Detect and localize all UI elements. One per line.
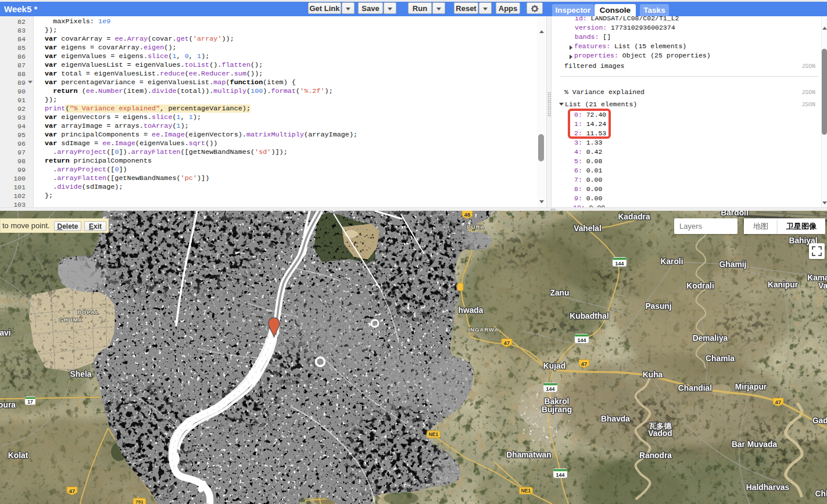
svg-text:Bakrol: Bakrol [545, 397, 570, 406]
svg-text:Kadadra: Kadadra [618, 213, 650, 221]
svg-text:Bardoli: Bardoli [721, 211, 749, 217]
svg-text:144: 144 [577, 337, 586, 343]
svg-text:Ghamij: Ghamij [719, 260, 747, 269]
svg-text:Shela: Shela [70, 370, 92, 379]
svg-text:751: 751 [135, 499, 144, 504]
svg-text:Chh: Chh [815, 489, 827, 498]
svg-text:avi: avi [0, 329, 11, 337]
svg-text:Mirjapur: Mirjapur [735, 383, 767, 391]
svg-text:Chamla: Chamla [706, 354, 735, 363]
svg-text:144: 144 [615, 261, 624, 267]
svg-text:BOPAL: BOPAL [77, 309, 99, 315]
svg-text:Ranodra: Ranodra [639, 451, 672, 460]
svg-text:Zanu: Zanu [550, 289, 570, 297]
svg-text:144: 144 [556, 472, 564, 478]
svg-text:Vadod: Vadod [648, 429, 672, 438]
svg-text:oura: oura [0, 401, 16, 409]
svg-text:47: 47 [69, 488, 76, 494]
svg-text:Bujrang: Bujrang [542, 405, 572, 414]
svg-text:47: 47 [504, 340, 510, 346]
svg-text:Gadv: Gadv [812, 416, 827, 425]
svg-text:hwada: hwada [459, 306, 484, 315]
svg-text:48: 48 [464, 211, 471, 218]
svg-text:Bar Muvada: Bar Muvada [732, 440, 778, 449]
svg-text:Dhamatwan: Dhamatwan [506, 451, 551, 459]
svg-text:Vahelal: Vahelal [574, 224, 602, 233]
svg-text:47: 47 [775, 399, 782, 405]
svg-text:INGARWA: INGARWA [468, 326, 499, 333]
svg-text:Chandial: Chandial [678, 384, 712, 393]
svg-text:Kujad: Kujad [543, 362, 565, 370]
svg-text:144: 144 [546, 386, 554, 392]
svg-text:Kodrali: Kodrali [686, 282, 714, 290]
svg-text:PURA: PURA [467, 224, 485, 230]
svg-text:Kolat: Kolat [8, 451, 28, 460]
svg-text:Pasunj: Pasunj [645, 302, 671, 311]
svg-text:47: 47 [581, 361, 588, 367]
svg-text:Demaliya: Demaliya [693, 334, 728, 343]
svg-text:Kubadthal: Kubadthal [570, 312, 608, 321]
svg-text:Karoli: Karoli [660, 257, 683, 266]
svg-text:Bhavda: Bhavda [601, 415, 630, 423]
svg-text:Kuha: Kuha [643, 370, 663, 379]
svg-text:17: 17 [27, 399, 33, 405]
svg-text:Va: Va [818, 282, 827, 290]
svg-text:Haldharvas: Haldharvas [746, 483, 790, 492]
svg-text:Kama: Kama [807, 273, 827, 282]
svg-text:NE1: NE1 [521, 488, 531, 494]
svg-text:NE1: NE1 [429, 431, 439, 437]
svg-text:GHUMA: GHUMA [59, 316, 83, 323]
svg-text:Kanipur: Kanipur [768, 280, 799, 289]
